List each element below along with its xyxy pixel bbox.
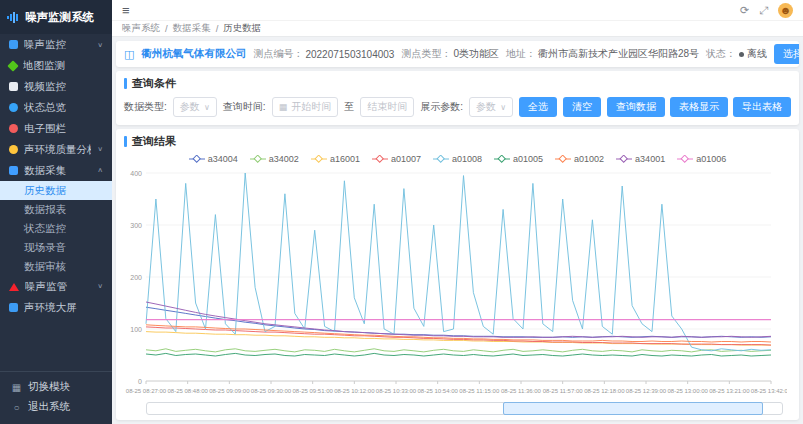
hamburger-icon[interactable]: ≡ — [122, 4, 130, 17]
show-param-value: 参数 — [476, 100, 496, 114]
legend-marker-icon — [189, 155, 205, 163]
series-a01008[interactable] — [146, 173, 771, 351]
sidebar-item-map[interactable]: 地图监测 — [0, 55, 112, 76]
legend-item-a34004[interactable]: a34004 — [189, 154, 238, 164]
datazoom-selected-window[interactable] — [503, 402, 763, 415]
sidebar-footer-item-modules[interactable]: ▦切换模块 — [0, 377, 112, 397]
legend-marker-icon — [433, 155, 449, 163]
legend-marker-icon — [677, 155, 693, 163]
x-axis-tick-label: 08-25 10:12:00 — [334, 388, 375, 394]
show-param-select[interactable]: 参数 ∨ — [469, 97, 513, 117]
collect-icon — [9, 166, 18, 175]
clear-button[interactable]: 清空 — [563, 97, 601, 117]
x-axis-tick-label: 08-25 08:48:00 — [167, 388, 208, 394]
topbar: ≡ ⟳ ⤢ ☻ — [112, 0, 803, 21]
legend-label: a01006 — [696, 154, 726, 164]
legend-item-a01006[interactable]: a01006 — [677, 154, 726, 164]
legend-item-a01002[interactable]: a01002 — [555, 154, 604, 164]
breadcrumb-item[interactable]: 数据采集 — [173, 22, 211, 35]
sidebar-item-fence[interactable]: 电子围栏 — [0, 118, 112, 139]
data-type-select[interactable]: 参数 ∨ — [173, 97, 217, 117]
series-a34002[interactable] — [146, 349, 771, 352]
select-device-button[interactable]: 选择设备 — [774, 44, 799, 64]
x-axis-tick-label: 08-25 10:54:00 — [417, 388, 458, 394]
line-chart[interactable]: 010020030040008-25 08:27:0008-25 08:48:0… — [116, 165, 799, 401]
sidebar-item-status[interactable]: 状态总览 — [0, 97, 112, 118]
legend-item-a01008[interactable]: a01008 — [433, 154, 482, 164]
status-icon — [9, 103, 18, 112]
main-area: ≡ ⟳ ⤢ ☻ 噪声系统 / 数据采集 / 历史数据 ◫ 衢州杭氧气体有限公司 … — [112, 0, 803, 424]
breadcrumb-separator: / — [165, 23, 168, 34]
query-data-button[interactable]: 查询数据 — [607, 97, 665, 117]
camera-icon — [9, 82, 18, 91]
legend-marker-icon — [372, 155, 388, 163]
legend-marker-icon — [555, 155, 571, 163]
breadcrumb-item-current: 历史数据 — [223, 22, 261, 35]
chart-canvas[interactable]: 010020030040008-25 08:27:0008-25 08:48:0… — [116, 165, 787, 399]
legend-item-a01005[interactable]: a01005 — [494, 154, 543, 164]
content: ◫ 衢州杭氧气体有限公司 测点编号：2022071503104003 测点类型：… — [112, 37, 803, 424]
station-icon: ◫ — [124, 48, 134, 61]
y-axis-tick-label: 100 — [130, 326, 142, 333]
x-axis-tick-label: 08-25 13:00:00 — [667, 388, 708, 394]
sidebar-subitem-3[interactable]: 现场录音 — [0, 238, 112, 257]
select-all-button[interactable]: 全选 — [519, 97, 557, 117]
sidebar-footer-item-logout[interactable]: ○退出系统 — [0, 397, 112, 417]
sidebar-subitem-2[interactable]: 状态监控 — [0, 219, 112, 238]
table-show-button[interactable]: 表格显示 — [670, 97, 728, 117]
sidebar-item-label: 噪声监控 — [24, 38, 91, 52]
legend-item-a34002[interactable]: a34002 — [250, 154, 299, 164]
breadcrumb-item[interactable]: 噪声系统 — [122, 22, 160, 35]
station-addr-label: 地址： — [506, 47, 536, 61]
legend-item-a34001[interactable]: a34001 — [616, 154, 665, 164]
sidebar-footer-label: 切换模块 — [28, 380, 70, 394]
legend-label: a01008 — [452, 154, 482, 164]
legend-label: a16001 — [330, 154, 360, 164]
query-time-label: 查询时间: — [223, 100, 266, 114]
sidebar-item-alarm[interactable]: 噪声监管∨ — [0, 276, 112, 297]
sidebar-item-analysis[interactable]: 声环境质量分析∨ — [0, 139, 112, 160]
status-badge: 离线 — [747, 47, 767, 61]
station-code-value: 2022071503104003 — [305, 49, 394, 60]
sidebar-subitem-1[interactable]: 数据报表 — [0, 200, 112, 219]
legend-marker-icon — [311, 155, 327, 163]
legend-label: a34002 — [269, 154, 299, 164]
datazoom-slider[interactable] — [146, 402, 783, 415]
chart-legend: a34004a34002a16001a01007a01008a01005a010… — [116, 152, 799, 165]
sidebar-item-bigscreen[interactable]: 声环境大屏 — [0, 297, 112, 318]
series-a34004[interactable] — [146, 307, 771, 337]
station-type-label: 测点类型： — [401, 47, 451, 61]
legend-label: a34001 — [635, 154, 665, 164]
end-time-input[interactable]: 结束时间 — [360, 97, 414, 117]
x-axis-tick-label: 08-25 09:51:00 — [292, 388, 333, 394]
export-table-button[interactable]: 导出表格 — [733, 97, 791, 117]
refresh-icon[interactable]: ⟳ — [740, 5, 749, 16]
data-type-label: 数据类型: — [124, 100, 167, 114]
sidebar-item-label: 声环境质量分析 — [24, 143, 91, 157]
sidebar-subitem-4[interactable]: 数据审核 — [0, 257, 112, 276]
legend-item-a16001[interactable]: a16001 — [311, 154, 360, 164]
fullscreen-icon[interactable]: ⤢ — [759, 5, 768, 16]
legend-label: a34004 — [208, 154, 238, 164]
section-accent-bar — [124, 78, 127, 89]
sidebar-item-label: 状态总览 — [24, 101, 103, 115]
monitor-icon — [9, 40, 18, 49]
x-axis-tick-label: 08-25 10:33:00 — [376, 388, 417, 394]
avatar[interactable]: ☻ — [778, 3, 793, 18]
x-axis-tick-label: 08-25 13:42:00 — [751, 388, 787, 394]
query-action-buttons: 查询数据 表格显示 导出表格 — [607, 97, 791, 117]
legend-item-a01007[interactable]: a01007 — [372, 154, 421, 164]
alarm-icon — [9, 283, 19, 291]
station-name-link[interactable]: 衢州杭氧气体有限公司 — [141, 47, 246, 61]
series-a01005[interactable] — [146, 353, 771, 356]
sidebar-item-monitor[interactable]: 噪声监控∨ — [0, 34, 112, 55]
analysis-icon — [9, 145, 18, 154]
sidebar-subitem-0[interactable]: 历史数据 — [0, 181, 112, 200]
show-param-label: 展示参数: — [420, 100, 463, 114]
soundwave-logo-icon — [7, 11, 20, 24]
sidebar-item-camera[interactable]: 视频监控 — [0, 76, 112, 97]
sidebar-item-label: 视频监控 — [24, 80, 103, 94]
app-logo: 噪声监测系统 — [0, 0, 112, 34]
start-time-input[interactable]: ▦ 开始时间 — [272, 97, 339, 117]
sidebar-item-collect[interactable]: 数据采集∧ — [0, 160, 112, 181]
